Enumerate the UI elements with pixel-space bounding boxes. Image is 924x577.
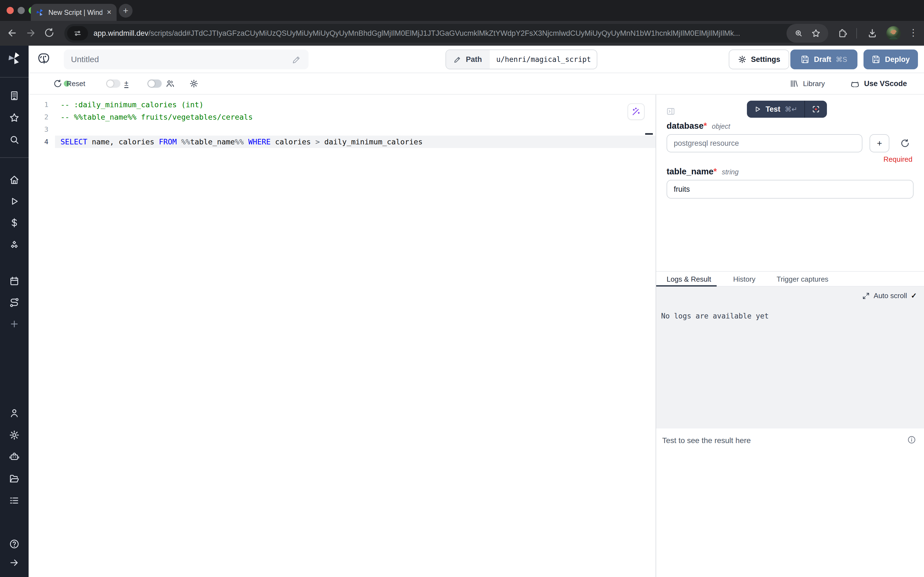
logs-area: Auto scroll ✓ No logs are available yet (656, 287, 924, 429)
sidebar (0, 46, 29, 577)
back-icon[interactable] (6, 27, 18, 39)
workers-robot-icon[interactable] (9, 451, 20, 462)
settings-gear-icon[interactable] (9, 430, 20, 441)
play-icon (754, 106, 761, 113)
expand-sidebar-arrow-icon[interactable] (9, 557, 20, 568)
code-line[interactable]: 2 -- %%table_name%% fruits/vegetables/ce… (29, 111, 655, 123)
tab-history[interactable]: History (733, 272, 755, 287)
browser-tab[interactable]: New Script | Windmill ✕ (31, 4, 117, 21)
folders-icon[interactable] (9, 473, 20, 484)
workspace-building-icon[interactable] (9, 90, 20, 101)
tab-logs-result[interactable]: Logs & Result (666, 272, 711, 287)
bookmark-star-icon[interactable] (811, 28, 821, 38)
window-close-button[interactable] (6, 7, 14, 14)
search-icon[interactable] (9, 134, 20, 145)
database-resource-select[interactable]: postgresql resource (666, 134, 863, 152)
settings-gear-icon (738, 55, 747, 64)
library-button[interactable]: Library (790, 73, 825, 94)
right-panel: Test ⌘↵ database* object postgresql reso… (655, 95, 924, 577)
code-line-active[interactable]: 4 SELECT name, calories FROM %%table_nam… (29, 135, 655, 148)
path-label-wrap: Path (446, 50, 490, 69)
url-path: /scripts/add#JTdCJTIyaGFzaCUyMiUzQSUyMiU… (148, 29, 740, 37)
table-name-input[interactable]: fruits (666, 180, 914, 198)
code-lines: 1 -- :daily_minimum_calories (int) 2 -- … (29, 98, 655, 148)
favorites-star-icon[interactable] (9, 112, 20, 123)
code-line[interactable]: 3 (29, 123, 655, 135)
use-vscode-button[interactable]: Use VScode (850, 73, 907, 94)
draft-shortcut: ⌘S (836, 56, 847, 63)
capture-scan-icon (811, 105, 820, 114)
required-error: Required (666, 155, 913, 164)
multiplayer-toggle[interactable] (147, 73, 162, 94)
test-button-group: Test ⌘↵ (747, 101, 827, 118)
schedules-calendar-icon[interactable] (9, 276, 20, 287)
line-number: 2 (29, 111, 48, 123)
downloads-icon[interactable] (867, 27, 878, 39)
windmill-logo-icon[interactable] (7, 51, 21, 66)
zoom-page-icon[interactable] (794, 29, 803, 38)
code-text: -- :daily_minimum_calories (int) (61, 98, 203, 111)
variables-dollar-icon[interactable] (9, 217, 20, 228)
path-pencil-icon (454, 56, 462, 63)
test-button[interactable]: Test ⌘↵ (747, 101, 804, 118)
runs-play-icon[interactable] (9, 196, 20, 207)
site-settings-icon[interactable] (67, 26, 88, 40)
url-text: app.windmill.dev/scripts/add#JTdCJTIyaGF… (93, 29, 770, 38)
home-icon[interactable] (9, 174, 20, 185)
save-icon (872, 55, 881, 64)
audit-list-icon[interactable] (9, 495, 20, 506)
library-icon (790, 79, 798, 88)
add-resource-button[interactable]: + (869, 134, 889, 152)
profile-avatar[interactable] (886, 26, 901, 41)
path-chip[interactable]: Path u/henri/magical_script (446, 50, 597, 69)
settings-button[interactable]: Settings (729, 50, 789, 69)
path-label: Path (466, 55, 482, 64)
test-capture-button[interactable] (805, 101, 827, 118)
test-label: Test (766, 105, 781, 114)
script-name-input[interactable]: Untitled (64, 50, 309, 69)
browser-menu-icon[interactable]: ⋮ (909, 27, 918, 38)
windmill-favicon-icon (36, 8, 44, 16)
autoscroll-control[interactable]: Auto scroll ✓ (862, 292, 917, 300)
refresh-resources-icon[interactable] (900, 139, 910, 148)
field-type: object (712, 122, 730, 131)
forward-icon[interactable] (25, 27, 36, 39)
editor-settings-gear-icon[interactable] (189, 73, 198, 94)
user-icon[interactable] (9, 408, 20, 419)
sidebar-divider (0, 77, 29, 77)
ai-assistant-button[interactable] (628, 103, 645, 120)
collapse-panel-icon[interactable] (666, 107, 675, 116)
tab-trigger-captures[interactable]: Trigger captures (777, 272, 828, 287)
add-plus-icon[interactable] (9, 319, 20, 329)
expand-logs-icon[interactable] (862, 292, 870, 300)
url-bar[interactable]: app.windmill.dev/scripts/add#JTdCJTIyaGF… (64, 24, 828, 43)
diff-toggle[interactable] (106, 73, 121, 94)
library-label: Library (803, 79, 825, 88)
line-number: 3 (29, 123, 48, 135)
edit-pencil-icon[interactable] (292, 55, 301, 64)
window-minimize-button[interactable] (18, 7, 25, 14)
extensions-icon[interactable] (837, 27, 848, 39)
toolbar-divider (856, 28, 857, 39)
reload-icon[interactable] (44, 27, 55, 38)
test-shortcut: ⌘↵ (785, 105, 797, 113)
code-line[interactable]: 1 -- :daily_minimum_calories (int) (29, 98, 655, 111)
code-editor[interactable]: 1 -- :daily_minimum_calories (int) 2 -- … (29, 95, 655, 577)
code-text: -- %%table_name%% fruits/vegetables/cere… (61, 111, 253, 123)
routes-icon[interactable] (9, 297, 20, 308)
new-tab-button[interactable]: + (119, 4, 132, 18)
draft-button[interactable]: Draft ⌘S (790, 50, 858, 69)
resources-cubes-icon[interactable] (9, 240, 20, 251)
deploy-button[interactable]: Deploy (863, 50, 918, 69)
reset-refresh-icon (53, 79, 62, 88)
reset-button[interactable]: Reset (53, 73, 85, 94)
result-placeholder: Test to see the result here (662, 436, 751, 445)
help-icon[interactable] (9, 538, 20, 550)
field-label-database: database* object (666, 121, 730, 131)
tab-close-icon[interactable]: ✕ (107, 9, 112, 16)
postgresql-icon (36, 52, 51, 66)
line-number: 4 (29, 135, 48, 148)
workspace: 1 -- :daily_minimum_calories (int) 2 -- … (29, 95, 924, 577)
overview-ruler-cursor (645, 133, 653, 135)
result-area: Test to see the result here (656, 429, 924, 577)
